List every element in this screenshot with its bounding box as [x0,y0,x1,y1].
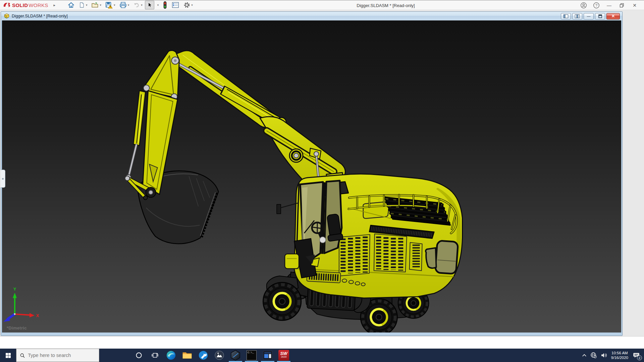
featuremanager-splitter-tab[interactable] [1,170,5,188]
document-title: Digger.SLDASM * [Read-only] [12,14,561,18]
select-caret-button[interactable]: ▾ [155,1,160,9]
taskbar-icon-photos[interactable] [211,349,227,362]
document-titlebar[interactable]: Digger.SLDASM * [Read-only] — [1,12,622,20]
brand-solid: SOLID [12,2,28,8]
new-document-icon [78,1,85,9]
edge-icon [166,350,176,360]
solidworks-logo: SOLID WORKS [0,2,48,8]
help-button[interactable]: ? [592,1,601,10]
toolbar-flyout-arrow[interactable]: ▸ [54,3,56,7]
solidworks-logo-icon [3,2,11,8]
save-caret: ▾ [114,3,115,7]
cortana-icon [136,352,142,359]
close-button[interactable]: ✕ [630,1,639,10]
taskbar-icon-edge[interactable] [163,349,179,362]
window-app-icon [263,350,273,360]
save-icon [105,1,113,9]
document-restore-button[interactable] [595,13,605,19]
pane-left-icon [564,14,568,18]
undo-icon [133,1,140,9]
select-caret: ▾ [157,3,159,7]
document-restore-icon [598,14,602,18]
account-icon [580,2,587,9]
command-prompt-icon: C:\_ [247,350,257,360]
tray-chevron-button[interactable] [582,353,587,357]
app-window-controls: ? — ✕ [579,0,644,10]
solidworks-2020-icon: SW 2020 [278,350,289,361]
print-button[interactable]: ▾ [118,1,131,9]
print-caret: ▾ [128,3,129,7]
restore-icon [620,3,624,8]
windows-taskbar: C:\_ SW 2020 [0,349,644,362]
triad-x-label: X [36,313,39,318]
home-button[interactable] [66,1,76,9]
traffic-light-icon [162,1,168,9]
taskbar-icon-file-explorer[interactable] [179,349,195,362]
taskbar-icon-command-prompt[interactable]: C:\_ [244,349,260,362]
graphics-viewport[interactable]: Y X *Dimetric [2,20,621,333]
pane-toggle-left-button[interactable] [561,13,571,19]
gear-icon [183,1,191,9]
system-tray: 10:56 AM 9/16/2020 2 [582,349,644,362]
minimize-button[interactable]: — [604,1,614,10]
search-input[interactable] [28,353,96,358]
undo-caret: ▾ [141,3,143,7]
tray-clock[interactable]: 10:56 AM 9/16/2020 [611,351,628,360]
home-icon [67,1,75,9]
taskbar-search[interactable] [16,349,99,362]
taskbar-spacer [99,349,131,362]
quick-toolbar: ▾ ▾ ▾ [66,1,194,9]
select-cursor-icon [146,1,153,9]
account-button[interactable] [579,1,588,10]
taskbar-icon-hexagon-app[interactable] [227,349,244,362]
tray-network-button[interactable] [590,352,597,359]
taskbar-icon-support-wrench[interactable] [195,349,211,362]
app-titlebar: SOLID WORKS ▸ ▾ [0,0,644,10]
tray-volume-button[interactable] [601,352,607,358]
open-button[interactable]: ▾ [90,1,103,9]
brand-works: WORKS [29,2,48,8]
excavator-model[interactable]: Y X [2,20,621,333]
document-window: Digger.SLDASM * [Read-only] — [1,11,623,336]
print-icon [119,1,127,9]
select-button[interactable] [145,1,154,9]
globe-network-icon [590,352,597,359]
hexagon-app-icon [230,350,240,361]
options-button[interactable]: ▾ [182,1,194,9]
notification-center-button[interactable]: 2 [632,351,641,360]
wheel-front-left [263,282,301,320]
help-icon: ? [593,2,600,9]
new-document-button[interactable]: ▾ [77,1,89,9]
rebuild-button[interactable] [161,1,169,9]
solidworks-app: SOLID WORKS ▸ ▾ [0,0,644,362]
speaker-icon [601,352,607,358]
orientation-triad: Y X [3,287,39,322]
open-icon [91,1,99,9]
options-caret: ▾ [191,3,193,7]
command-manager-button[interactable] [170,1,181,9]
task-view-icon [152,352,158,358]
document-window-controls: — ✕ [561,13,620,19]
save-button[interactable]: ▾ [104,1,117,9]
document-close-button[interactable]: ✕ [606,13,620,19]
notification-badge: 2 [637,355,642,360]
search-icon [20,353,25,358]
svg-text:?: ? [595,3,597,7]
pane-toggle-right-button[interactable] [572,13,582,19]
splitter-dot [2,178,4,180]
undo-button[interactable]: ▾ [131,1,144,9]
taskbar-icon-window-app[interactable] [260,349,276,362]
task-view-button[interactable] [147,349,163,362]
taskbar-icon-solidworks[interactable]: SW 2020 [276,349,292,362]
status-bar [0,336,644,349]
start-button[interactable] [0,349,16,362]
windows-logo-icon [5,353,11,358]
view-orientation-label: *Dimetric [7,325,27,330]
document-minimize-button[interactable]: — [584,13,594,19]
restore-button[interactable] [617,1,627,10]
cortana-button[interactable] [131,349,147,362]
new-document-caret: ▾ [86,3,88,7]
pane-right-icon [575,14,580,18]
app-title: Digger.SLDASM * [Read-only] [357,0,415,10]
triad-y-label: Y [13,287,16,292]
